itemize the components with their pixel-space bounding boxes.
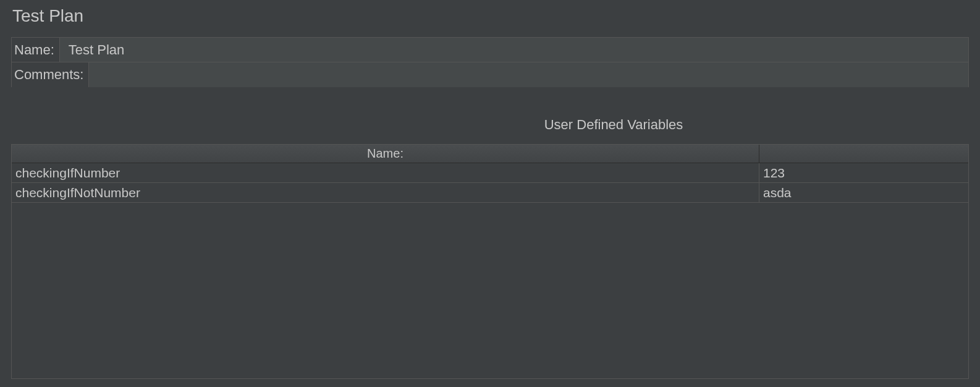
name-label: Name: [12,40,59,61]
variables-section-title: User Defined Variables [0,117,980,133]
comments-input[interactable] [88,62,968,87]
variable-value-cell[interactable]: 123 [759,163,968,182]
table-body[interactable]: checkingIfNumber 123 checkingIfNotNumber… [12,163,968,378]
page-title: Test Plan [0,0,980,37]
comments-row: Comments: [12,62,968,87]
comments-label: Comments: [12,64,88,85]
table-header: Name: [12,145,968,163]
name-input[interactable] [59,38,968,62]
variable-name-cell[interactable]: checkingIfNotNumber [12,183,759,202]
form-panel: Name: Comments: [11,37,969,87]
variable-value-cell[interactable]: asda [759,183,968,202]
table-header-name[interactable]: Name: [12,145,759,163]
table-row[interactable]: checkingIfNumber 123 [12,163,968,183]
table-header-value[interactable] [759,145,968,163]
variable-name-cell[interactable]: checkingIfNumber [12,163,759,182]
name-row: Name: [12,38,968,62]
table-row[interactable]: checkingIfNotNumber asda [12,183,968,203]
variables-table: Name: checkingIfNumber 123 checkingIfNot… [11,144,969,379]
